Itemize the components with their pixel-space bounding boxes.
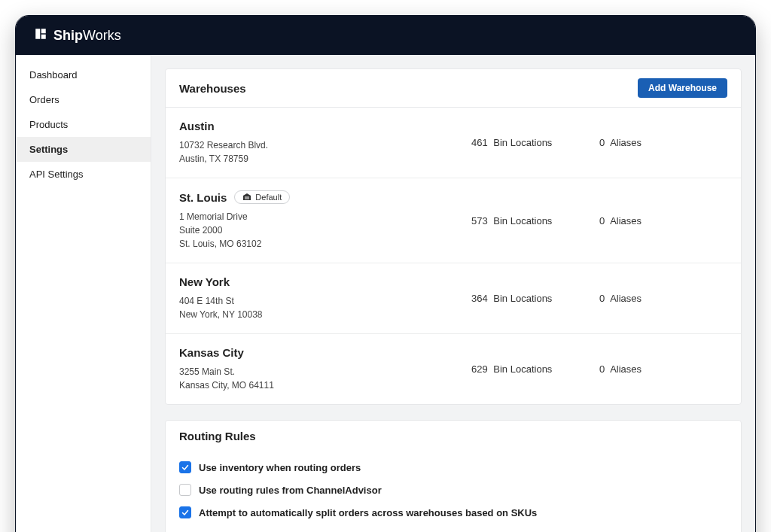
routing-rules-list: Use inventory when routing ordersUse rou… (166, 445, 741, 532)
routing-title: Routing Rules (179, 430, 256, 442)
routing-rule-checkbox[interactable] (179, 461, 191, 473)
routing-rule: Use inventory when routing orders (179, 456, 727, 479)
brand-name-light: Works (83, 28, 121, 43)
svg-rect-2 (41, 34, 46, 38)
sidebar-item-settings[interactable]: Settings (16, 137, 151, 162)
warehouse-name: New York (179, 275, 471, 288)
warehouse-aliases: 0 Aliases (599, 215, 727, 226)
warehouse-row[interactable]: New York404 E 14th StNew York, NY 100383… (166, 263, 741, 334)
sidebar-item-dashboard[interactable]: Dashboard (16, 62, 151, 87)
warehouse-address: 404 E 14th StNew York, NY 10038 (179, 294, 471, 321)
warehouses-card: Warehouses Add Warehouse Austin10732 Res… (165, 68, 742, 405)
svg-rect-1 (41, 29, 46, 33)
warehouse-list: Austin10732 Research Blvd.Austin, TX 787… (166, 108, 741, 404)
warehouses-header: Warehouses Add Warehouse (166, 69, 741, 108)
warehouse-address: 10732 Research Blvd.Austin, TX 78759 (179, 138, 471, 166)
main-content: Warehouses Add Warehouse Austin10732 Res… (151, 55, 755, 532)
svg-rect-4 (245, 199, 249, 199)
warehouse-address: 1 Memorial DriveSuite 2000St. Louis, MO … (179, 210, 471, 251)
app-window: ShipWorks DashboardOrdersProductsSetting… (15, 15, 756, 532)
add-warehouse-button[interactable]: Add Warehouse (638, 78, 727, 98)
routing-rule-checkbox[interactable] (179, 506, 191, 518)
warehouse-info: Austin10732 Research Blvd.Austin, TX 787… (179, 120, 471, 166)
routing-rule-checkbox[interactable] (179, 484, 191, 496)
warehouse-name: Kansas City (179, 346, 471, 359)
routing-rule-label: Attempt to automatically split orders ac… (199, 507, 537, 518)
warehouse-info: St. LouisDefault1 Memorial DriveSuite 20… (179, 190, 471, 251)
warehouse-aliases: 0 Aliases (599, 293, 727, 304)
warehouse-info: Kansas City3255 Main St.Kansas City, MO … (179, 346, 471, 392)
routing-card: Routing Rules Use inventory when routing… (165, 420, 742, 532)
routing-rule-label: Use inventory when routing orders (199, 462, 361, 473)
warehouse-bins: 461 Bin Locations (471, 137, 599, 148)
warehouse-bins: 629 Bin Locations (471, 363, 599, 375)
warehouse-address: 3255 Main St.Kansas City, MO 64111 (179, 365, 471, 392)
warehouse-bins: 364 Bin Locations (471, 293, 599, 304)
brand-icon (34, 27, 47, 44)
sidebar: DashboardOrdersProductsSettingsAPI Setti… (16, 55, 151, 532)
warehouse-info: New York404 E 14th StNew York, NY 10038 (179, 275, 471, 321)
warehouse-name: St. LouisDefault (179, 190, 471, 204)
default-badge: Default (234, 190, 290, 204)
topbar: ShipWorks (16, 16, 755, 55)
warehouse-row[interactable]: Austin10732 Research Blvd.Austin, TX 787… (166, 108, 741, 178)
layout: DashboardOrdersProductsSettingsAPI Setti… (16, 55, 755, 532)
warehouse-name-text: St. Louis (179, 191, 227, 204)
sidebar-item-products[interactable]: Products (16, 112, 151, 137)
warehouse-row[interactable]: St. LouisDefault1 Memorial DriveSuite 20… (166, 178, 741, 263)
warehouse-name-text: Austin (179, 120, 215, 132)
warehouse-aliases: 0 Aliases (599, 137, 727, 148)
svg-rect-3 (245, 197, 249, 198)
routing-rule-label: Use routing rules from ChannelAdvisor (199, 485, 382, 496)
default-badge-label: Default (255, 193, 282, 202)
warehouse-row[interactable]: Kansas City3255 Main St.Kansas City, MO … (166, 334, 741, 404)
warehouse-name-text: Kansas City (179, 346, 244, 359)
routing-header: Routing Rules (166, 421, 741, 445)
routing-rule: Use routing rules from ChannelAdvisor (179, 479, 727, 501)
svg-rect-0 (35, 29, 40, 39)
warehouse-name-text: New York (179, 275, 230, 288)
warehouse-name: Austin (179, 120, 471, 132)
warehouses-title: Warehouses (179, 82, 246, 95)
sidebar-item-orders[interactable]: Orders (16, 87, 151, 112)
brand-name-bold: Ship (53, 28, 83, 43)
warehouse-icon (242, 193, 251, 202)
warehouse-bins: 573 Bin Locations (471, 215, 599, 226)
sidebar-item-api-settings[interactable]: API Settings (16, 162, 151, 187)
routing-rule: Attempt to automatically split orders ac… (179, 501, 727, 524)
warehouse-aliases: 0 Aliases (599, 363, 727, 375)
brand-logo: ShipWorks (34, 27, 121, 44)
